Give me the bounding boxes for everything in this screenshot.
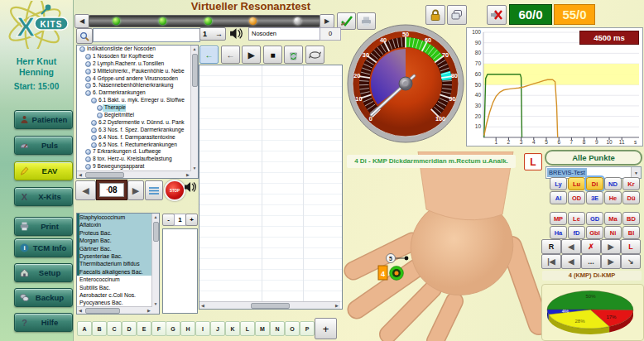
slider-left-arrow[interactable]: ◀: [74, 14, 89, 28]
tree-vertical-scrollbar[interactable]: ▲ ▼: [190, 46, 198, 178]
tree-item[interactable]: 6.4 Nos. f. Darmparasitentoxine: [77, 134, 191, 142]
remedy-item[interactable]: Thermibacterium bifidus: [77, 260, 152, 267]
remedy-list[interactable]: StaphylococcinumAflatoxinProteus Bac.Mor…: [76, 213, 160, 315]
slider-right-arrow[interactable]: ▶: [320, 14, 334, 28]
sidebar-button-backup[interactable]: Backup: [14, 288, 73, 307]
remedy-item[interactable]: Enterococcinum: [77, 276, 152, 283]
sidebar-button-x-kits[interactable]: XX-Kits: [14, 187, 73, 206]
meridian-button-gd[interactable]: GD: [586, 212, 603, 225]
arrow-left-green-icon[interactable]: ←: [199, 46, 219, 64]
meridian-button-bd[interactable]: BD: [622, 212, 640, 225]
loop-icon[interactable]: [305, 46, 324, 64]
alphabet-button-k[interactable]: K: [225, 321, 240, 336]
stop-square-icon[interactable]: ■: [263, 46, 282, 64]
alphabet-button-p[interactable]: P: [300, 321, 315, 336]
meridian-button-ma[interactable]: Ma: [604, 212, 622, 225]
alphabet-button-j[interactable]: J: [210, 321, 225, 336]
nav-button--[interactable]: ▶: [601, 239, 621, 254]
selection-box[interactable]: [162, 228, 198, 314]
tree-item[interactable]: 9 Bewegungsapparat: [77, 163, 191, 170]
result-table[interactable]: ◀ ▶: [199, 65, 343, 310]
remedy-item[interactable]: Aerobacter c.Coli Nos.: [77, 291, 152, 299]
nav-button--[interactable]: ↘: [621, 254, 641, 269]
sidebar-button-patienten[interactable]: Patienten: [14, 110, 73, 129]
alphabet-button-h[interactable]: H: [180, 321, 195, 336]
tree-item[interactable]: 6.2 Dysfermentie v. Dünnd. u. Pank: [77, 119, 191, 127]
alphabet-button-b[interactable]: B: [92, 321, 107, 336]
nav-button-r[interactable]: R: [541, 239, 561, 254]
meridian-button-di[interactable]: Di: [586, 177, 603, 190]
meridian-button-al[interactable]: Al: [550, 191, 567, 204]
step-button[interactable]: 1→: [199, 27, 226, 41]
alphabet-button-i[interactable]: I: [195, 321, 210, 336]
tree-horizontal-scrollbar[interactable]: ◀ ▶: [77, 170, 191, 178]
stop-icon[interactable]: STOP: [164, 180, 185, 201]
arrow-left-icon[interactable]: ←: [221, 46, 240, 64]
progress-slider[interactable]: [89, 15, 320, 27]
search-icon[interactable]: [76, 28, 93, 44]
remedy-item[interactable]: Gärtner Bac.: [77, 245, 152, 252]
tree-item[interactable]: 2 Lymph.Rachenr. u.Tonsillen: [77, 60, 191, 68]
speaker-icon[interactable]: [229, 26, 246, 41]
recycle-bin-icon[interactable]: [284, 46, 303, 64]
meridian-button-nd[interactable]: ND: [604, 177, 622, 190]
meridian-button-kr[interactable]: Kr: [622, 177, 640, 190]
tree-item[interactable]: 6.3 Nos. f. Spez. Darmerkrankunge: [77, 127, 191, 134]
tree-item[interactable]: 5. Nasennebenhöhlenerkrankung: [77, 82, 191, 89]
nav-button--[interactable]: |◀: [541, 254, 561, 269]
tree-item[interactable]: Therapie: [77, 104, 191, 112]
remedy-item[interactable]: Faecalis alkaligenes Bac.: [77, 268, 152, 276]
remedy-item[interactable]: Dysenteriae Bac.: [77, 252, 152, 260]
alphabet-button-n[interactable]: N: [270, 321, 285, 336]
alphabet-button-m[interactable]: M: [255, 321, 270, 336]
nav-button--[interactable]: ...: [581, 254, 601, 269]
remedy-item[interactable]: Aflatoxin: [77, 221, 152, 228]
meridian-button-d-[interactable]: Dü: [622, 191, 640, 204]
tree-item[interactable]: 6.5 Nos. f. Rectumerkrankungen: [77, 142, 191, 149]
tree-item[interactable]: 3 Mittelohrerkr., Paukenhöhle u. Nebe: [77, 68, 191, 75]
player-prev-button[interactable]: ◀: [75, 180, 96, 200]
sidebar-button-setup[interactable]: Setup: [14, 263, 73, 282]
tree-item[interactable]: 7 Erkrankungen d. Luftwege: [77, 148, 191, 156]
quantity-minus-button[interactable]: -: [162, 214, 175, 226]
tree-item[interactable]: Begleitmittel: [77, 112, 191, 119]
alphabet-button-a[interactable]: A: [77, 321, 92, 336]
quantity-plus-button[interactable]: +: [185, 214, 198, 226]
category-field[interactable]: Nosoden: [248, 27, 320, 41]
search-input[interactable]: [93, 28, 200, 42]
alphabet-button-l[interactable]: L: [240, 321, 255, 336]
alphabet-button-o[interactable]: O: [285, 321, 300, 336]
alphabet-button-c[interactable]: C: [107, 321, 122, 336]
add-button[interactable]: +: [315, 318, 337, 339]
remedy-item[interactable]: Subtilis Bac.: [77, 284, 152, 291]
meridian-button-ni[interactable]: Ni: [604, 226, 622, 239]
player-next-button[interactable]: ▶: [127, 180, 144, 200]
speaker-icon[interactable]: [184, 180, 197, 199]
sidebar-button-print[interactable]: Print: [14, 217, 73, 236]
meridian-button-3e[interactable]: 3E: [586, 191, 603, 204]
remedy-item[interactable]: Proteus Bac.: [77, 229, 152, 237]
meridian-button-he[interactable]: He: [604, 191, 622, 204]
meridian-button-gbl[interactable]: Gbl: [586, 226, 603, 239]
tree-item[interactable]: 6. Darmerkrankungen: [77, 89, 191, 97]
alphabet-button-e[interactable]: E: [137, 321, 151, 336]
alphabet-button-f[interactable]: F: [151, 321, 166, 336]
meridian-button-bl[interactable]: Bl: [622, 226, 640, 239]
list-icon[interactable]: [145, 180, 163, 200]
meridian-button-mp[interactable]: MP: [550, 212, 567, 225]
tree-item[interactable]: Indikationsliste der Nosoden: [77, 46, 191, 53]
alphabet-button-g[interactable]: G: [166, 321, 180, 336]
nav-button--[interactable]: ◀: [561, 254, 581, 269]
tree-item[interactable]: 4 Grippe-und andere Virusnosoden: [77, 75, 191, 83]
tree-item[interactable]: 1 Nosoden für Kopfherde: [77, 53, 191, 60]
table-horizontal-scrollbar[interactable]: ◀ ▶: [199, 301, 340, 309]
alphabet-button-d[interactable]: D: [122, 321, 137, 336]
indication-tree[interactable]: Indikationsliste der Nosoden1 Nosoden fü…: [76, 45, 199, 179]
left-side-button[interactable]: L: [524, 153, 542, 170]
meridian-button-lu[interactable]: Lu: [568, 177, 585, 190]
remedy-horizontal-scrollbar[interactable]: ◀ ▶: [77, 306, 152, 314]
meridian-button-fd[interactable]: fD: [568, 226, 585, 239]
nav-button--[interactable]: ◀: [561, 239, 581, 254]
tree-item[interactable]: 8 tox. Herz-u. Kreislaufbelastung: [77, 156, 191, 163]
nav-button--[interactable]: ▶: [601, 254, 621, 269]
